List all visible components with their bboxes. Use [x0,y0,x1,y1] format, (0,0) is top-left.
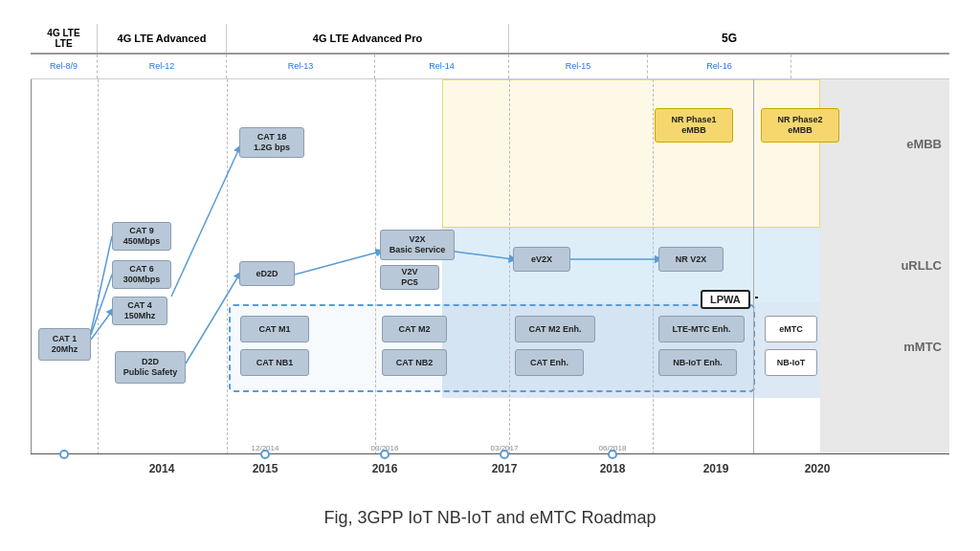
lpwa-label: LPWA [701,290,750,309]
label-embb: eMBB [906,137,942,151]
timeline-bar [31,453,949,454]
rel-15: Rel-15 [509,55,648,78]
header-4g-lte: 4G LTE LTE [31,24,98,53]
box-catenh: CAT Enh. [515,349,584,376]
vline-1 [98,79,99,454]
svg-line-0 [91,311,112,340]
box-nrphase2: NR Phase2eMBB [761,108,839,143]
box-cat6: CAT 6300Mbps [112,260,171,289]
year-2014: 2014 [149,462,175,475]
box-v2x: V2XBasic Service [380,230,455,260]
dot-2017 [500,450,509,459]
chart-caption: Fig, 3GPP IoT NB-IoT and eMTC Roadmap [323,508,656,528]
box-catm1: CAT M1 [240,316,309,342]
svg-line-2 [91,236,112,332]
left-border [31,24,32,454]
box-ltemtcenh: LTE-MTC Enh. [658,316,745,342]
dot-2014 [260,450,270,459]
release-row: Rel-8/9 Rel-12 Rel-13 Rel-14 Rel-15 Rel-… [31,55,949,79]
rel-12: Rel-12 [98,55,227,78]
rel-8-9: Rel-8/9 [31,55,98,78]
header-4g-lte-adv: 4G LTE Advanced [98,24,227,53]
lpwa-arrow [755,297,758,298]
header-4g-lte-adv-pro: 4G LTE Advanced Pro [227,24,509,53]
header-row: 4G LTE LTE 4G LTE Advanced 4G LTE Advanc… [31,24,949,55]
box-nrv2x: NR V2X [658,247,724,272]
box-d2d: D2DPublic Safety [115,351,186,384]
header-5g: 5G [509,24,949,53]
label-urllc: uRLLC [901,258,942,273]
svg-line-5 [295,252,380,275]
box-cat4: CAT 4150Mhz [112,297,167,325]
box-cat18: CAT 181.2G bps [239,127,304,158]
vline-5 [653,79,654,454]
dot-2018 [608,450,617,459]
urllc-band [442,228,820,302]
label-mmtc: mMTC [903,340,942,354]
box-nbiotENH: NB-IoT Enh. [658,349,737,376]
svg-line-1 [91,275,112,335]
year-2016: 2016 [372,462,398,475]
year-2015: 2015 [253,462,278,475]
vline-2 [227,79,228,454]
vline-6 [753,79,754,454]
year-2018: 2018 [600,462,626,475]
rel-13: Rel-13 [227,55,375,78]
svg-line-3 [171,148,239,297]
chart-container: 4G LTE LTE 4G LTE Advanced 4G LTE Advanc… [31,24,949,502]
box-cat1: CAT 120Mhz [38,328,91,361]
box-v2vpc5: V2VPC5 [380,265,439,290]
rel-14: Rel-14 [375,55,509,78]
box-nbiot: NB-IoT [765,349,817,376]
year-2020: 2020 [805,462,831,475]
box-cat9: CAT 9450Mbps [112,222,171,251]
dot-start [59,450,69,459]
vline-4 [509,79,510,454]
year-2019: 2019 [703,462,729,475]
box-catm2: CAT M2 [382,316,447,342]
box-emtc: eMTC [765,316,817,342]
box-catnb1: CAT NB1 [240,349,309,376]
vline-3 [375,79,376,454]
rel-16: Rel-16 [648,55,791,78]
dot-2016 [380,450,390,459]
embb-band [442,79,820,228]
box-catm2enh: CAT M2 Enh. [515,316,595,342]
box-catnb2: CAT NB2 [382,349,447,376]
box-ed2d: eD2D [239,261,295,286]
box-ev2x: eV2X [513,247,570,272]
box-nrphase1: NR Phase1eMBB [655,108,733,143]
year-2017: 2017 [492,462,518,475]
